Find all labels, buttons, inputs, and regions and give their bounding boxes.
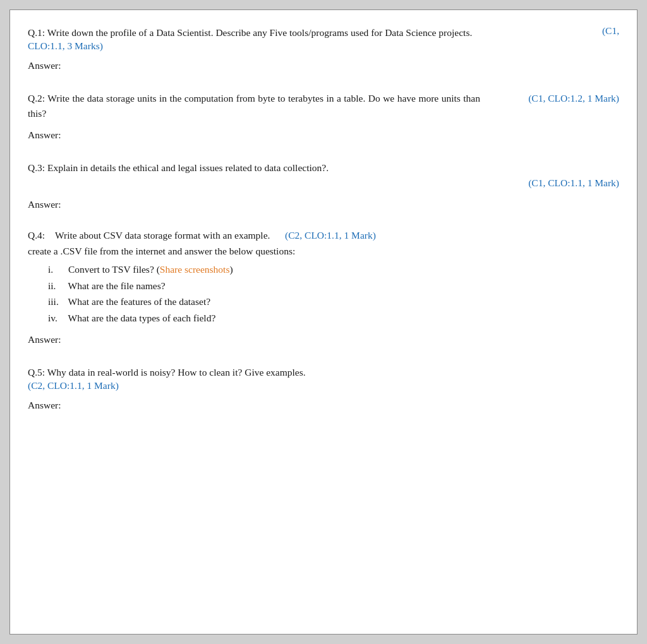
q4-sublist: i. Convert to TSV files? (Share screensh… xyxy=(48,261,619,326)
q3-clo: (C1, CLO:1.1, 1 Mark) xyxy=(28,176,619,191)
q1-body: Write down the profile of a Data Scienti… xyxy=(47,27,473,38)
q1-clo-line2: CLO:1.1, 3 Marks) xyxy=(28,40,619,52)
q2-clo: (C1, CLO:1.2, 1 Mark) xyxy=(528,93,619,104)
q4-subtext: create a .CSV file from the internet and… xyxy=(28,244,619,259)
q5-number: Q.5: xyxy=(28,367,45,378)
q5-text: Q.5: Why data in real-world is noisy? Ho… xyxy=(28,365,619,380)
q3-answer: Answer: xyxy=(28,197,619,212)
q1-number: Q.1: xyxy=(28,27,45,38)
q4-label-i: i. xyxy=(48,261,66,278)
q4-text-iii: What are the features of the dataset? xyxy=(68,296,210,307)
q2-body: Write the data storage units in the comp… xyxy=(28,93,480,119)
q3-body: Explain in details the ethical and legal… xyxy=(47,162,329,173)
q3-number: Q.3: xyxy=(28,162,45,173)
q4-item-iii: iii. What are the features of the datase… xyxy=(48,294,619,310)
q4-item-ii: ii. What are the file names? xyxy=(48,278,619,294)
q1-clo-inline: (C1, xyxy=(602,25,619,36)
paren-close-i: ) xyxy=(229,264,233,275)
q4-text-iv: What are the data types of each field? xyxy=(68,313,216,323)
q4-answer: Answer: xyxy=(28,332,619,347)
q4-text-ii: What are the file names? xyxy=(68,280,166,291)
q3-text: Q.3: Explain in details the ethical and … xyxy=(28,160,619,176)
page-container: Q.1: Write down the profile of a Data Sc… xyxy=(9,9,638,635)
q4-item-iv: iv. What are the data types of each fiel… xyxy=(48,310,619,326)
q4-label-ii: ii. xyxy=(48,278,66,294)
q1-text: Q.1: Write down the profile of a Data Sc… xyxy=(28,25,589,40)
question-block-q5: Q.5: Why data in real-world is noisy? Ho… xyxy=(28,365,619,413)
q4-text-i: Convert to TSV files? xyxy=(68,264,157,275)
q2-text: Q.2: Write the data storage units in the… xyxy=(28,91,480,121)
question-block-q2: Q.2: Write the data storage units in the… xyxy=(28,91,619,143)
question-block-q3: Q.3: Explain in details the ethical and … xyxy=(28,160,619,212)
q4-top: Q.4: Write about CSV data storage format… xyxy=(28,230,619,241)
q4-label-iii: iii. xyxy=(48,294,66,310)
q2-number: Q.2: xyxy=(28,93,45,104)
q4-clo: (C2, CLO:1.1, 1 Mark) xyxy=(285,230,376,241)
q1-answer: Answer: xyxy=(28,58,619,73)
q5-answer: Answer: xyxy=(28,398,619,413)
q5-clo: (C2, CLO:1.1, 1 Mark) xyxy=(28,380,619,391)
q4-body: Write about CSV data storage format with… xyxy=(55,230,270,241)
q2-answer: Answer: xyxy=(28,128,619,143)
q4-number: Q.4: xyxy=(28,230,45,241)
question-block-q1: Q.1: Write down the profile of a Data Sc… xyxy=(28,25,619,73)
q4-item-i: i. Convert to TSV files? (Share screensh… xyxy=(48,261,619,278)
question-block-q4: Q.4: Write about CSV data storage format… xyxy=(28,230,619,347)
q4-label-iv: iv. xyxy=(48,310,66,326)
q4-sharelink: Share screenshots xyxy=(160,264,230,275)
q5-body: Why data in real-world is noisy? How to … xyxy=(45,367,306,378)
